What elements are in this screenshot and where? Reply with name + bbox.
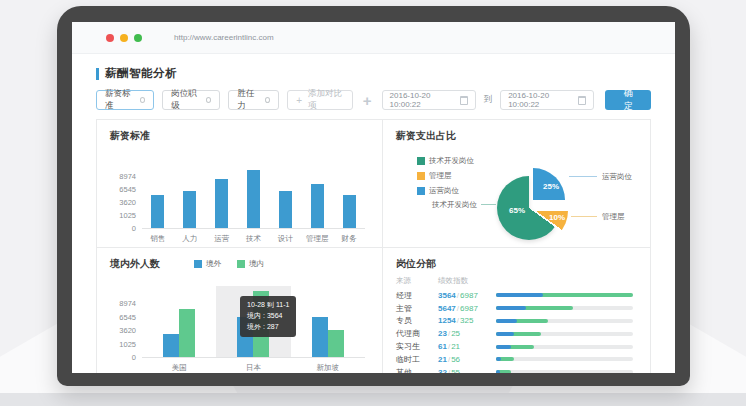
- bar-chart-headcount: 8974 6545 3620 1025 0: [110, 272, 369, 372]
- confirm-button[interactable]: 确定: [605, 90, 651, 110]
- legend-item-domestic[interactable]: 境内: [237, 259, 264, 269]
- value-primary: 23: [438, 329, 447, 338]
- progress-track: [496, 332, 633, 336]
- table-row: 代理商 23/25: [396, 327, 637, 340]
- tooltip-overseas: 境外 : 287: [247, 322, 289, 333]
- callout-line: [571, 216, 597, 217]
- x-tick: 人力: [174, 234, 206, 244]
- page-title-row: 薪酬智能分析: [96, 66, 651, 81]
- table-row: 其他 32/55: [396, 366, 637, 373]
- bar-design[interactable]: [279, 191, 292, 228]
- date-to-input[interactable]: 2016-10-20 10:00:22: [500, 90, 594, 110]
- value-primary: 32: [438, 368, 447, 373]
- callout-line: [569, 176, 597, 177]
- headcount-legend: 境外 境内: [194, 259, 264, 269]
- x-tick: 管理层: [301, 234, 333, 244]
- date-from-value: 2016-10-20 10:00:22: [390, 91, 454, 109]
- floor-strip: [0, 393, 746, 406]
- value-separator: /: [448, 368, 450, 373]
- value-primary: 5647: [438, 304, 456, 313]
- panel-header: 境内外人数 境外 境内: [110, 257, 369, 271]
- y-axis: 8974 6545 3620 1025 0: [110, 286, 140, 358]
- calendar-icon: [578, 96, 586, 105]
- value-primary: 61: [438, 342, 447, 351]
- x-tick: 技术: [238, 234, 270, 244]
- date-from-input[interactable]: 2016-10-20 10:00:22: [382, 90, 476, 110]
- bar-management[interactable]: [311, 184, 324, 228]
- bar-hr[interactable]: [183, 191, 196, 228]
- y-tick: 0: [132, 225, 136, 233]
- bar-singapore-domestic[interactable]: [328, 330, 344, 357]
- value-secondary: 25: [451, 329, 460, 338]
- value-separator: /: [448, 329, 450, 338]
- bar-sales[interactable]: [151, 195, 164, 228]
- filter-chip-competency[interactable]: 胜任力: [228, 90, 279, 110]
- column-header-source: 来源: [396, 276, 438, 286]
- row-label: 其他: [396, 367, 438, 373]
- legend-item-management[interactable]: 管理层: [417, 171, 474, 181]
- row-label: 主管: [396, 303, 438, 314]
- progress-track: [496, 345, 633, 349]
- minimize-icon[interactable]: [120, 34, 128, 42]
- x-axis-labels: 美国 日本 新加坡: [142, 363, 365, 373]
- filter-chip-salary-standard[interactable]: 薪资标准: [96, 90, 154, 110]
- legend-label: 运营岗位: [429, 186, 459, 196]
- legend-item-operations[interactable]: 运营岗位: [417, 186, 474, 196]
- maximize-icon[interactable]: [134, 34, 142, 42]
- table-row: 实习生 61/21: [396, 340, 637, 353]
- row-label: 专员: [396, 315, 438, 326]
- row-values: 1254/325: [438, 316, 496, 325]
- value-separator: /: [448, 342, 450, 351]
- close-icon[interactable]: [106, 34, 114, 42]
- progress-blue: [496, 332, 514, 336]
- value-secondary: 325: [460, 316, 473, 325]
- value-secondary: 55: [451, 368, 460, 373]
- progress-track: [496, 370, 633, 373]
- callout-label-management: 管理层: [602, 212, 625, 222]
- bar-usa-overseas[interactable]: [163, 334, 179, 357]
- chip-circle-icon: [265, 97, 270, 103]
- y-tick: 3620: [119, 327, 136, 335]
- legend-swatch-icon: [237, 260, 245, 268]
- progress-track: [496, 319, 633, 323]
- panel-salary-share: 薪资支出占比 技术开发岗位 管理层 运营岗位: [383, 120, 650, 248]
- panel-positions: 岗位分部 来源 绩效指数 经理 3564/6987 主管 5647/6987: [383, 248, 650, 373]
- column-header-index: 绩效指数: [438, 276, 496, 286]
- laptop-frame: http://www.careerintlinc.com 薪酬智能分析 薪资标准…: [57, 6, 690, 386]
- value-primary: 21: [438, 355, 447, 364]
- progress-blue: [496, 345, 511, 349]
- tooltip-period: 10-28 到 11-1: [247, 300, 289, 311]
- bar-group-usa: [142, 286, 216, 357]
- bar-singapore-overseas[interactable]: [312, 317, 328, 357]
- plus-icon: +: [296, 95, 302, 106]
- callout-line: [481, 204, 496, 205]
- chart-tooltip: 10-28 到 11-1 境内 : 3564 境外 : 287: [240, 296, 296, 337]
- x-tick: 销售: [142, 234, 174, 244]
- bar-finance[interactable]: [343, 195, 356, 228]
- legend-item-overseas[interactable]: 境外: [194, 259, 221, 269]
- row-values: 21/56: [438, 355, 496, 364]
- progress-blue: [496, 319, 517, 323]
- browser-chrome: http://www.careerintlinc.com: [72, 22, 675, 54]
- legend-label: 技术开发岗位: [429, 156, 474, 166]
- chip-circle-icon: [140, 97, 145, 103]
- x-tick: 财务: [333, 234, 365, 244]
- legend-item-tech[interactable]: 技术开发岗位: [417, 156, 474, 166]
- laptop-screen: http://www.careerintlinc.com 薪酬智能分析 薪资标准…: [72, 22, 675, 373]
- table-row: 经理 3564/6987: [396, 289, 637, 302]
- x-tick: 日本: [216, 363, 290, 373]
- row-values: 23/25: [438, 329, 496, 338]
- plus-icon[interactable]: +: [363, 92, 372, 109]
- bar-tech[interactable]: [247, 170, 260, 228]
- add-comparison-chip[interactable]: + 添加对比项: [287, 90, 353, 110]
- address-bar[interactable]: http://www.careerintlinc.com: [174, 33, 274, 42]
- panel-title: 岗位分部: [396, 257, 637, 271]
- value-primary: 3564: [438, 291, 456, 300]
- value-secondary: 6987: [460, 304, 478, 313]
- filter-chip-position-grade[interactable]: 岗位职级: [162, 90, 220, 110]
- row-values: 32/55: [438, 368, 496, 373]
- chip-label: 岗位职级: [171, 88, 200, 112]
- bar-operations[interactable]: [215, 179, 228, 228]
- bar-usa-domestic[interactable]: [179, 309, 195, 357]
- progress-blue: [496, 306, 526, 310]
